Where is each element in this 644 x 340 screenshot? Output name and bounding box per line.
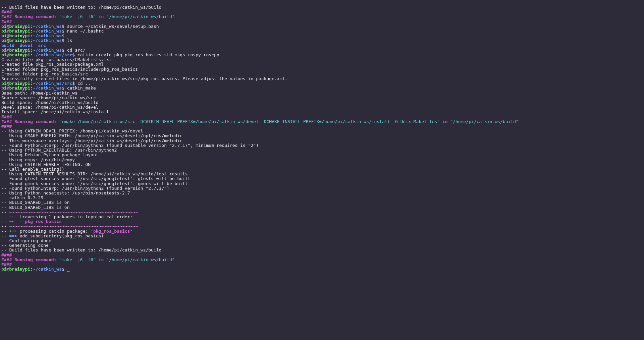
terminal-segment: -- bbox=[1, 210, 9, 215]
terminal-segment: #### bbox=[1, 124, 12, 129]
terminal-segment: $ cd .. bbox=[72, 81, 91, 86]
terminal-segment: ~~~~~~~~~~~~~~~~~~~~~~~~~~~~~~~~~~~~~~~~… bbox=[9, 224, 138, 229]
terminal-line: pi@brainypi:~/catkin_ws$ ls bbox=[1, 38, 72, 43]
terminal-segment: pi@brainypi bbox=[1, 48, 30, 53]
terminal-segment: -- Generating done bbox=[1, 243, 49, 248]
terminal-segment: #### Running command: bbox=[1, 119, 59, 124]
terminal-segment: : bbox=[30, 29, 33, 34]
terminal-segment: Source space: /home/pi/catkin_ws/src bbox=[1, 95, 96, 100]
terminal-segment: -- bbox=[1, 233, 9, 238]
terminal-segment: -- This workspace overlays: /home/pi/cat… bbox=[1, 138, 182, 143]
terminal-segment: #### Running command: bbox=[1, 14, 59, 19]
terminal-segment: pi@brainypi bbox=[1, 24, 30, 29]
terminal-segment: -- Found gmock sources under '/usr/src/g… bbox=[1, 181, 188, 186]
terminal-line: pi@brainypi:~/catkin_ws$ nano ~/.bashrc bbox=[1, 29, 104, 34]
terminal-line: Created file pkg_ros_basics/package.xml bbox=[1, 62, 104, 67]
terminal-segment: in bbox=[440, 119, 450, 124]
terminal-line: pi@brainypi:~/catkin_ws/src$ cd .. bbox=[1, 81, 91, 86]
terminal-segment: : bbox=[30, 38, 33, 43]
terminal-segment bbox=[14, 43, 20, 48]
terminal-segment: : bbox=[30, 81, 33, 86]
terminal-segment: - bbox=[14, 219, 25, 224]
terminal-segment: ~/catkin_ws bbox=[33, 29, 62, 34]
terminal-line: -- Found gmock sources under '/usr/src/g… bbox=[1, 181, 188, 186]
terminal-segment: -- bbox=[1, 219, 9, 224]
terminal-segment: : bbox=[30, 52, 33, 57]
terminal-segment: ~/catkin_ws bbox=[33, 48, 62, 53]
terminal-segment: -- Using CATKIN_TEST_RESULTS_DIR: /home/… bbox=[1, 171, 188, 176]
terminal-segment: -- catkin 0.7.29 bbox=[1, 195, 43, 200]
terminal-line: -- Using Python nosetests: /usr/bin/nose… bbox=[1, 190, 130, 195]
terminal-line: pi@brainypi:~/catkin_ws/src$ catkin_crea… bbox=[1, 52, 219, 57]
terminal-segment: #### bbox=[1, 9, 12, 14]
terminal-line: -- This workspace overlays: /home/pi/cat… bbox=[1, 138, 182, 143]
terminal-segment: "/home/pi/catkin_ws/build" bbox=[450, 119, 519, 124]
terminal-segment: ~~ bbox=[9, 214, 14, 219]
terminal-segment: pkg_ros_basics bbox=[25, 219, 62, 224]
terminal-segment: -- bbox=[1, 214, 9, 219]
terminal-segment: #### bbox=[1, 114, 12, 119]
terminal-segment: "make -j6 -l6" bbox=[59, 14, 96, 19]
terminal-segment: ~/catkin_ws/src bbox=[33, 52, 72, 57]
terminal-segment: -- Using CATKIN_DEVEL_PREFIX: /home/pi/c… bbox=[1, 128, 143, 133]
terminal-segment: -- Found gtest sources under '/usr/src/g… bbox=[1, 176, 191, 181]
terminal-line: #### Running command: "cmake /home/pi/ca… bbox=[1, 119, 519, 124]
terminal-segment: pi@brainypi bbox=[1, 38, 30, 43]
terminal-line: #### bbox=[1, 124, 12, 129]
terminal-line: #### bbox=[1, 9, 12, 14]
terminal-line: -- ~~ - pkg_ros_basics bbox=[1, 219, 62, 224]
terminal-line: -- Using CATKIN_TEST_RESULTS_DIR: /home/… bbox=[1, 171, 188, 176]
terminal-segment: pi@brainypi bbox=[1, 52, 30, 57]
terminal-segment: #### Running command: bbox=[1, 257, 59, 262]
terminal-segment: ~/catkin_ws bbox=[33, 267, 62, 272]
terminal-segment: Devel space: /home/pi/catkin_ws/devel bbox=[1, 105, 99, 110]
terminal-segment: -- bbox=[1, 224, 9, 229]
terminal-segment: ~~ bbox=[9, 219, 14, 224]
terminal-segment: pi@brainypi bbox=[1, 86, 30, 91]
terminal-segment: Created folder pkg_ros_basics/src bbox=[1, 71, 88, 76]
terminal-segment: Build space: /home/pi/catkin_ws/build bbox=[1, 100, 99, 105]
terminal-segment: pi@brainypi bbox=[1, 267, 30, 272]
terminal-line: -- Using Debian Python package layout bbox=[1, 152, 99, 157]
terminal-line: -- BUILD_SHARED_LIBS is on bbox=[1, 205, 70, 210]
terminal-line: -- Call enable_testing() bbox=[1, 167, 64, 172]
terminal-segment: "cmake /home/pi/catkin_ws/src -DCATKIN_D… bbox=[59, 119, 440, 124]
terminal-line: -- +++ processing catkin package: 'pkg_r… bbox=[1, 229, 132, 234]
terminal-line: -- Using PYTHON_EXECUTABLE: /usr/bin/pyt… bbox=[1, 148, 117, 153]
terminal-segment: Install space: /home/pi/catkin_ws/instal… bbox=[1, 109, 109, 114]
terminal-line: #### bbox=[1, 114, 12, 119]
terminal-line: Successfully created files in /home/pi/c… bbox=[1, 76, 287, 81]
terminal-output[interactable]: -- Build files have been written to: /ho… bbox=[0, 4, 644, 272]
terminal-line: -- Found PythonInterp: /usr/bin/python2 … bbox=[1, 143, 259, 148]
terminal-segment: -- bbox=[1, 229, 9, 234]
terminal-line: -- ~~~~~~~~~~~~~~~~~~~~~~~~~~~~~~~~~~~~~… bbox=[1, 224, 138, 229]
terminal-segment: Successfully created files in /home/pi/c… bbox=[1, 76, 287, 81]
terminal-line: Created file pkg_ros_basics/CMakeLists.t… bbox=[1, 57, 112, 62]
terminal-segment: Created file pkg_ros_basics/package.xml bbox=[1, 62, 104, 67]
terminal-line: -- Generating done bbox=[1, 243, 49, 248]
terminal-line: Created folder pkg_ros_basics/include/pk… bbox=[1, 67, 138, 72]
terminal-segment: ~/catkin_ws bbox=[33, 24, 62, 29]
terminal-line: pi@brainypi:~/catkin_ws$ _ bbox=[1, 267, 70, 272]
terminal-line: pi@brainypi:~/catkin_ws$ catkin_make bbox=[1, 86, 96, 91]
terminal-segment: -- Build files have been written to: /ho… bbox=[1, 247, 161, 252]
terminal-segment: "/home/pi/catkin_ws/build" bbox=[106, 257, 175, 262]
terminal-line: #### bbox=[1, 262, 12, 267]
terminal-segment: $ bbox=[62, 267, 67, 272]
terminal-segment: ~~~~~~~~~~~~~~~~~~~~~~~~~~~~~~~~~~~~~~~~… bbox=[9, 210, 138, 215]
terminal-segment: -- Found PythonInterp: /usr/bin/python2 … bbox=[1, 186, 169, 191]
terminal-segment: pi@brainypi bbox=[1, 81, 30, 86]
terminal-line: Source space: /home/pi/catkin_ws/src bbox=[1, 95, 96, 100]
terminal-segment: processing catkin package: ' bbox=[17, 229, 93, 234]
terminal-segment: #### bbox=[1, 19, 12, 24]
terminal-segment: devel bbox=[20, 43, 33, 48]
terminal-segment: "make -j6 -l6" bbox=[59, 257, 96, 262]
terminal-line: pi@brainypi:~/catkin_ws$ cd src/ bbox=[1, 48, 85, 53]
terminal-segment: traversing 1 packages in topological ord… bbox=[14, 214, 132, 219]
terminal-line: Build space: /home/pi/catkin_ws/build bbox=[1, 100, 99, 105]
terminal-segment: $ catkin_create_pkg pkg_ros_basics std_m… bbox=[72, 52, 219, 57]
terminal-line: -- Configuring done bbox=[1, 238, 51, 243]
terminal-segment: ~/catkin_ws bbox=[33, 38, 62, 43]
terminal-segment: add_subdirectory(pkg_ros_basics) bbox=[17, 233, 104, 238]
terminal-segment: $ catkin_make bbox=[62, 86, 96, 91]
